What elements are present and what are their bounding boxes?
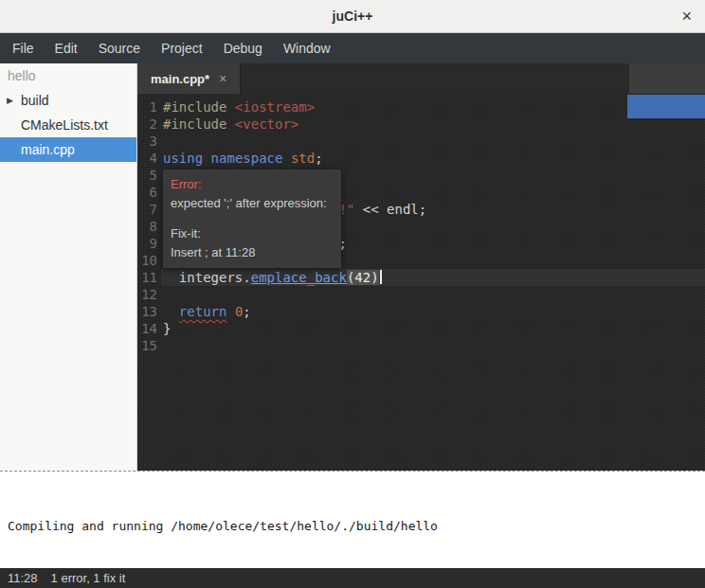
tree-item-label: CMakeLists.txt [21,117,108,133]
code-token: 42 [354,270,371,285]
code-token: std [291,151,315,166]
titlebar[interactable]: juCi++ × [0,0,705,33]
line-number: 5 [137,167,157,184]
code-token [282,151,290,166]
code-line[interactable]: #include <vector> [161,116,705,133]
code-token: namespace [211,151,283,166]
code-token: integers. [163,270,251,285]
line-number: 14 [137,320,157,337]
code-token: } [163,321,171,336]
code-token: return [179,304,227,319]
close-icon[interactable]: × [681,0,692,32]
code-line[interactable]: #include <iostream> [161,98,705,116]
code-token [163,304,179,319]
line-number: 9 [137,235,157,252]
line-number: 11 [137,269,157,286]
tab-close-icon[interactable]: × [219,71,226,86]
code-token: ) [371,270,378,285]
project-sidebar: hello ▶ build CMakeLists.txt main.cpp [0,63,137,471]
code-line[interactable]: } [161,320,705,337]
code-token: <iostream> [235,99,315,115]
tooltip-spacer [171,213,334,224]
fixit-message: Insert ; at 11:28 [171,243,334,262]
scrollbar-thumb[interactable] [627,95,705,118]
code-token: <vector> [235,116,298,132]
line-number: 10 [137,252,157,269]
tree-item-build[interactable]: ▶ build [0,88,136,113]
statusbar: 11:28 1 error, 1 fix it [0,568,705,588]
line-number: 12 [137,286,157,303]
line-number: 8 [137,218,157,235]
menu-item-file[interactable]: File [2,33,45,63]
app-window: juCi++ × File Edit Source Project Debug … [0,0,705,588]
code-token [226,304,234,319]
tab-scroll-area [629,63,705,94]
line-number: 3 [137,133,157,150]
tree-item-label: main.cpp [21,142,75,157]
code-token: << endl; [354,202,426,217]
tree-item-cmakelists[interactable]: CMakeLists.txt [0,113,136,137]
menu-item-project[interactable]: Project [151,33,213,63]
code-token [203,151,210,166]
fixit-label: Fix-it: [171,224,334,243]
tab-label: main.cpp* [151,72,209,86]
code-area[interactable]: #include <iostream>#include <vector>usin… [161,94,705,471]
terminal-panel[interactable]: Compiling and running /home/olece/test/h… [0,474,705,568]
line-number-gutter: 123456789101112131415 [137,94,161,471]
code-line[interactable] [161,337,705,354]
code-line[interactable]: return 0; [161,303,705,320]
line-number: 7 [137,201,157,218]
tab-maincpp[interactable]: main.cpp* × [137,63,241,94]
code-token: ; [315,151,322,166]
line-number: 2 [137,116,157,133]
line-number: 13 [137,303,157,320]
expand-arrow-icon[interactable]: ▶ [7,88,13,113]
error-label: Error: [171,175,334,194]
menu-item-edit[interactable]: Edit [45,33,88,63]
editor-pane: main.cpp* × 123456789101112131415 #inclu… [137,63,705,471]
code-line[interactable]: using namespace std; [161,150,705,167]
tabbar: main.cpp* × [137,63,705,94]
line-number: 6 [137,184,157,201]
diagnostic-tooltip: Error: expected ';' after expression: Fi… [163,169,341,268]
main-area: hello ▶ build CMakeLists.txt main.cpp ma… [0,63,705,471]
diagnostics-summary: 1 error, 1 fix it [51,571,126,585]
code-line[interactable]: integers.emplace_back(42) [161,269,705,286]
code-token: using [163,151,203,166]
code-token: emplace_back [251,270,347,285]
code-token: #include [163,116,235,132]
line-number: 4 [137,150,157,167]
project-root[interactable]: hello [0,63,136,88]
menu-item-debug[interactable]: Debug [213,33,273,63]
code-token: ; [243,304,250,319]
code-line[interactable] [161,286,705,303]
menu-item-window[interactable]: Window [273,33,341,63]
code-token: #include [163,99,235,115]
menubar: File Edit Source Project Debug Window [0,33,705,63]
code-line[interactable] [161,133,705,150]
cursor-position: 11:28 [8,571,38,585]
code-editor[interactable]: 123456789101112131415 #include <iostream… [137,94,705,471]
menu-item-source[interactable]: Source [88,33,151,63]
output-line: Compiling and running /home/olece/test/h… [8,517,697,536]
line-number: 15 [137,337,157,354]
error-message: expected ';' after expression: [171,194,334,213]
line-number: 1 [137,98,157,116]
tree-item-maincpp[interactable]: main.cpp [0,137,136,162]
window-title: juCi++ [333,9,373,24]
tree-item-label: build [21,93,49,108]
text-cursor [380,270,382,284]
